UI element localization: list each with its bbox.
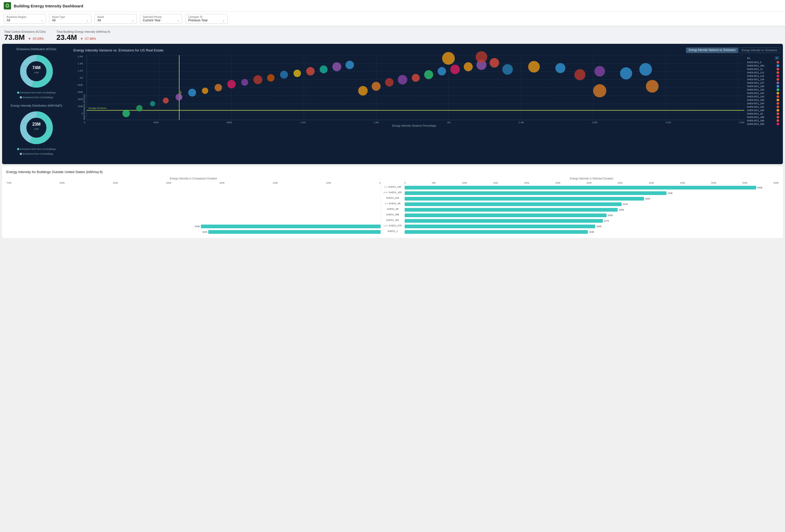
filter-label-business-region: Business Region [7, 16, 43, 19]
legend-item-saes-dc1-114: SAES-DC1_114 [747, 75, 779, 77]
bottom-section: Energy Intensity for Buildings Outside U… [2, 166, 783, 238]
filter-asset-type[interactable]: Asset Type All ⌄ [49, 14, 91, 24]
bubble [332, 62, 341, 71]
non-us-energy-dot [17, 148, 19, 150]
bar-row-right-366: 325k [405, 213, 779, 218]
bubble [620, 67, 632, 79]
scatter-title: Energy Intensity Variance vs. Emissions … [73, 48, 163, 52]
bar-row-left-1: 322k [6, 230, 381, 234]
legend-item-saes-dc1-143: SAES-DC1_143 [747, 95, 779, 98]
energy-intensity-donut-section: Energy Intensity Distribution (kWh/SqFt)… [5, 104, 68, 155]
legend-item-saes-dc1-198: SAES-DC1_198 [747, 116, 779, 119]
bar-row-left-empty-3 [6, 196, 381, 201]
bubble [490, 58, 499, 68]
bar-row-left-empty-7 [6, 219, 381, 223]
tab-variance-emissions[interactable]: Energy Intensity Variance vs. Emissions [686, 48, 738, 53]
us-dot [20, 96, 22, 98]
bubble [594, 66, 605, 77]
center-label-98: 5.9SAES1_98 [381, 201, 405, 206]
bubble [646, 80, 659, 93]
bottom-chart-title: Energy Intensity for Buildings Outside U… [6, 170, 779, 174]
svg-text:10M: 10M [22, 122, 27, 124]
filter-business-region[interactable]: Business Region All ⌄ [4, 14, 46, 24]
legend-item-saes-dc1-127: SAES-DC1_127 [747, 81, 779, 84]
center-label-68: SAES1_68 [381, 207, 405, 211]
bubble [358, 86, 368, 96]
bubble [241, 79, 248, 86]
bubble [438, 67, 446, 75]
filter-compare-to[interactable]: Compare To Previous Year ⌄ [185, 14, 228, 24]
filters-bar: Business Region All ⌄ Asset Type All ⌄ A… [0, 12, 785, 26]
filter-asset[interactable]: Asset All ⌄ [95, 14, 137, 24]
scatter-tabs: Energy Intensity Variance vs. Emissions … [686, 48, 780, 53]
bubble [412, 74, 420, 82]
energy-intensity-donut-title: Energy Intensity Distribution (kWh/SqFt) [5, 104, 68, 107]
svg-text:74M: 74M [32, 66, 41, 70]
bubble [280, 71, 288, 79]
scatter-legend-title: As ▼ [747, 56, 779, 60]
legend-item-saes-dc1-150: SAES-DC1_150 [747, 99, 779, 101]
emissions-donut-title: Emissions Distribution (tCO2e) [5, 48, 68, 51]
legend-item-saes-dc1-154: SAES-DC1_154 [747, 102, 779, 105]
kpi-energy-label: Total Building Energy Intensity (kWh/sq … [56, 30, 110, 33]
bubble [267, 74, 275, 81]
bubble [253, 75, 262, 84]
center-label-575: 0.24SAES1_575 [381, 223, 405, 228]
legend-item-saes-dc1-200: SAES-DC1_200 [747, 123, 779, 125]
avg-horizontal-line: Average Emissions [87, 110, 744, 110]
legend-item-saes-dc1-128: SAES-DC1_128 [747, 85, 779, 87]
bar-row-right-1: 293k [405, 230, 779, 234]
chevron-down-icon: ⌄ [177, 19, 179, 22]
svg-text:23M: 23M [32, 122, 41, 126]
bubble [442, 52, 455, 65]
bubble [176, 94, 182, 101]
kpi-energy-intensity: Total Building Energy Intensity (kWh/sq … [56, 30, 110, 42]
bubble [202, 87, 208, 94]
y-axis-title: Total Emissions (tCO2e) [83, 55, 85, 120]
bar-row-right-98: 347k [405, 202, 779, 207]
bubble [385, 78, 394, 86]
legend-filter-btn[interactable]: ▼ [775, 56, 779, 60]
center-label-425: 0.25SAES1_425 [381, 190, 405, 195]
bar-row-left-empty-2 [6, 191, 381, 196]
left-bar-title: Energy Intensity in Comparison Duration [6, 177, 381, 180]
center-labels-list: 2.2SAES1_146 0.25SAES1_425 SAES1_643 5.9… [381, 184, 405, 233]
bar-row-left-empty-1 [6, 185, 381, 190]
filter-label-asset-type: Asset Type [52, 16, 88, 19]
legend-non-us-emissions: Emissions from Non-US Buildings [17, 91, 56, 94]
bar-row-left-empty-5 [6, 207, 381, 212]
legend-item-saes-dc1-185: SAES-DC1_185 [747, 109, 779, 111]
bubble [502, 64, 513, 75]
bubble [150, 101, 155, 106]
tab-intensity-emissions[interactable]: Energy Intensity vs. Emissions [738, 48, 780, 53]
right-bars-container: 564k 419k 382k 347k 345k [405, 185, 779, 234]
legend-us-energy: Emissions from US Buildings [20, 153, 53, 155]
bubble [188, 88, 196, 97]
filter-value-compare-to: Previous Year ⌄ [188, 19, 225, 22]
legend-item-saes-dc1-0: SAES-DC1_0 [747, 61, 779, 64]
kpi-carbon-emissions: Total Carbon Emissions (tCO2e) 73.8M -55… [4, 30, 46, 42]
charts-top: Emissions Distribution (tCO2e) 74M 41M 3… [2, 44, 783, 164]
emissions-donut-legend: Emissions from Non-US Buildings Emission… [5, 91, 68, 99]
svg-text:33M: 33M [22, 66, 27, 68]
kpi-carbon-value: 73.8M [4, 33, 25, 42]
bubble [450, 65, 460, 74]
emissions-donut: 74M 41M 33M [18, 53, 55, 90]
bubble [123, 110, 130, 117]
left-bars-container: 334k 322k [6, 185, 381, 234]
center-label-366: SAES1_366 [381, 212, 405, 217]
left-bar-chart: Energy Intensity in Comparison Duration … [6, 177, 381, 234]
kpi-row: Total Carbon Emissions (tCO2e) 73.8M -55… [0, 26, 785, 44]
legend-item-saes-dc1-199: SAES-DC1_199 [747, 119, 779, 122]
bar-row-right-68: 345k [405, 207, 779, 212]
header: Building Energy Intensity Dashboard [0, 0, 785, 12]
bubble [528, 61, 540, 73]
bubble [136, 105, 143, 111]
us-energy-dot [20, 153, 22, 155]
right-bar-title: Energy Intensity in Selected Duration [405, 177, 779, 180]
filter-selected-period[interactable]: Selected Period Current Year ⌄ [140, 14, 182, 24]
bubble [574, 69, 585, 80]
energy-intensity-donut: 23M 13M 10M [18, 109, 55, 146]
filter-label-compare-to: Compare To [188, 16, 225, 19]
bubble [593, 84, 606, 97]
